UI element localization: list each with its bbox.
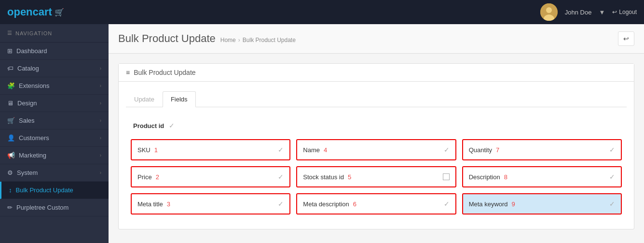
page-title: Bulk Product Update [118, 32, 216, 45]
panel-heading-title: Bulk Product Update [134, 69, 195, 76]
panel-body: Update Fields Product id ✓ [119, 82, 634, 229]
breadcrumb-separator: › [238, 37, 240, 43]
breadcrumb-home[interactable]: Home [220, 37, 236, 43]
field-meta-desc-check: ✓ [444, 200, 450, 208]
sidebar: ☰ NAVIGATION ⊞ Dashboard 🏷 Catalog › 🧩 E… [0, 24, 109, 243]
panel: ≡ Bulk Product Update Update Fields Prod… [118, 63, 634, 229]
panel-heading-icon: ≡ [126, 69, 130, 76]
user-dropdown-icon[interactable]: ▼ [599, 9, 605, 16]
layout: ☰ NAVIGATION ⊞ Dashboard 🏷 Catalog › 🧩 E… [0, 24, 644, 243]
hamburger-icon: ☰ [7, 30, 13, 36]
product-id-label: Product id [133, 122, 164, 129]
field-desc-number: 8 [504, 173, 507, 181]
sidebar-item-bulk[interactable]: ↕ Bulk Product Update [0, 182, 109, 199]
field-sku[interactable]: SKU 1 ✓ [131, 139, 290, 160]
field-sku-number: 1 [154, 146, 158, 154]
field-meta-title-check: ✓ [278, 200, 284, 208]
field-quantity-check: ✓ [609, 146, 615, 154]
field-stock-check-empty [443, 173, 450, 180]
field-sku-label: SKU [137, 146, 151, 154]
sidebar-item-catalog[interactable]: 🏷 Catalog › [0, 60, 109, 77]
field-stock-status-id[interactable]: Stock status id 5 [296, 166, 456, 187]
field-price-check: ✓ [278, 173, 284, 181]
fields-section: Product id ✓ SKU 1 ✓ [126, 117, 627, 219]
product-id-row: Product id ✓ [128, 122, 624, 129]
logout-button[interactable]: ↩ Logout [612, 9, 637, 15]
main-content: Bulk Product Update Home › Bulk Product … [109, 24, 644, 243]
sidebar-item-purpletree[interactable]: ✏ Purpletree Custom [0, 199, 109, 216]
field-name-check: ✓ [444, 146, 450, 154]
logo: opencart 🛒 [7, 6, 64, 18]
chevron-right-icon: › [100, 100, 101, 106]
product-id-checkmark: ✓ [169, 122, 175, 129]
sidebar-item-marketing[interactable]: 📢 Marketing › [0, 147, 109, 164]
header: opencart 🛒 John Doe ▼ ↩ Logout [0, 0, 644, 24]
chevron-right-icon: › [100, 135, 101, 141]
header-right: John Doe ▼ ↩ Logout [540, 3, 637, 21]
marketing-icon: 📢 [7, 152, 15, 159]
field-description[interactable]: Description 8 ✓ [462, 166, 622, 187]
sidebar-item-system[interactable]: ⚙ System › [0, 164, 109, 182]
extensions-icon: 🧩 [7, 82, 15, 89]
bulk-icon: ↕ [9, 186, 12, 194]
field-stock-number: 5 [348, 173, 351, 181]
logo-text: opencart [7, 6, 52, 18]
back-button[interactable]: ↩ [618, 31, 634, 46]
chevron-right-icon: › [100, 66, 101, 71]
field-meta-keyword[interactable]: Meta keyword 9 ✓ [462, 193, 622, 214]
breadcrumb: Home › Bulk Product Update [220, 37, 296, 43]
field-meta-title[interactable]: Meta title 3 ✓ [131, 193, 290, 214]
chevron-right-icon: › [100, 118, 101, 123]
sales-icon: 🛒 [7, 117, 15, 124]
field-meta-desc-number: 6 [353, 200, 356, 208]
field-meta-kw-label: Meta keyword [469, 200, 508, 208]
field-meta-kw-check: ✓ [609, 200, 615, 208]
design-icon: 🖥 [7, 100, 14, 107]
tab-update[interactable]: Update [126, 91, 163, 107]
field-sku-check: ✓ [278, 146, 284, 154]
field-quantity-number: 7 [496, 146, 499, 154]
user-name: John Doe [565, 9, 592, 16]
field-price-label: Price [137, 173, 152, 181]
cart-icon: 🛒 [55, 8, 64, 17]
page-header: Bulk Product Update Home › Bulk Product … [109, 24, 644, 54]
chevron-right-icon: › [100, 170, 101, 175]
dashboard-icon: ⊞ [7, 47, 13, 55]
panel-heading: ≡ Bulk Product Update [119, 64, 634, 82]
sidebar-item-sales[interactable]: 🛒 Sales › [0, 112, 109, 129]
field-meta-desc-label: Meta description [303, 200, 349, 208]
field-meta-description[interactable]: Meta description 6 ✓ [296, 193, 456, 214]
fields-grid: SKU 1 ✓ Name 4 ✓ [128, 139, 624, 214]
avatar-image [540, 3, 558, 21]
chevron-right-icon: › [100, 153, 101, 158]
chevron-right-icon: › [100, 83, 101, 88]
field-price-number: 2 [156, 173, 159, 181]
field-quantity-label: Quantity [469, 146, 492, 154]
page-title-area: Bulk Product Update Home › Bulk Product … [118, 32, 296, 45]
field-meta-kw-number: 9 [512, 200, 515, 208]
catalog-icon: 🏷 [7, 65, 14, 72]
nav-header: ☰ NAVIGATION [0, 24, 109, 43]
field-quantity[interactable]: Quantity 7 ✓ [462, 139, 622, 160]
field-name-number: 4 [324, 146, 327, 154]
sidebar-item-dashboard[interactable]: ⊞ Dashboard [0, 43, 109, 60]
logout-icon: ↩ [612, 9, 617, 15]
tabs: Update Fields [126, 91, 627, 107]
field-price[interactable]: Price 2 ✓ [131, 166, 290, 187]
content-area: ≡ Bulk Product Update Update Fields Prod… [109, 54, 644, 239]
field-name-label: Name [303, 146, 320, 154]
field-name[interactable]: Name 4 ✓ [296, 139, 456, 160]
field-meta-title-number: 3 [167, 200, 170, 208]
customers-icon: 👤 [7, 134, 15, 142]
sidebar-item-design[interactable]: 🖥 Design › [0, 95, 109, 112]
field-stock-label: Stock status id [303, 173, 344, 181]
field-desc-check: ✓ [609, 173, 615, 181]
sidebar-item-customers[interactable]: 👤 Customers › [0, 129, 109, 147]
system-icon: ⚙ [7, 169, 13, 176]
breadcrumb-current: Bulk Product Update [243, 37, 296, 43]
tab-fields[interactable]: Fields [163, 91, 196, 107]
sidebar-item-extensions[interactable]: 🧩 Extensions › [0, 77, 109, 95]
purpletree-icon: ✏ [7, 204, 13, 211]
field-meta-title-label: Meta title [137, 200, 163, 208]
avatar [540, 3, 558, 21]
